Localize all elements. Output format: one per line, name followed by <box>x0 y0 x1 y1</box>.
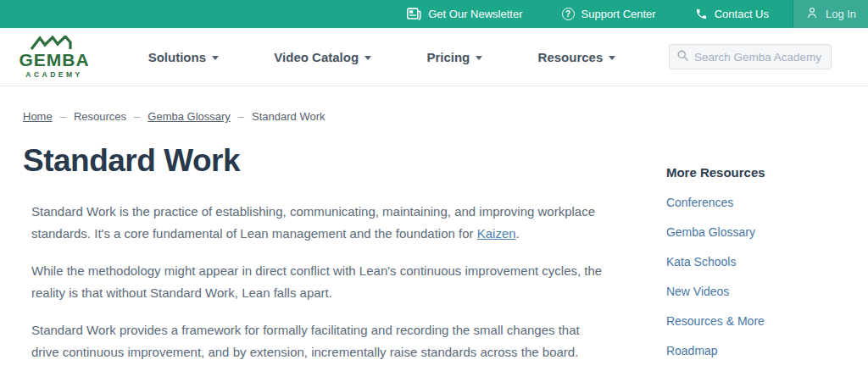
search-icon <box>676 49 689 65</box>
topbar: Get Our Newsletter ? Support Center Cont… <box>0 0 868 28</box>
main-navbar: GEMBA ACADEMY Solutions Video Catalog Pr… <box>0 28 868 86</box>
support-center-label: Support Center <box>581 8 656 20</box>
search-box <box>669 44 832 69</box>
intro-text-post: . <box>516 226 520 241</box>
nav-label-resources: Resources <box>538 50 604 64</box>
support-center-button[interactable]: ? Support Center <box>562 8 656 20</box>
logo-text: GEMBA <box>14 51 95 69</box>
nav-item-video-catalog[interactable]: Video Catalog <box>274 50 371 64</box>
article-paragraph-intro: Standard Work is the practice of establi… <box>31 201 606 245</box>
logo[interactable]: GEMBA ACADEMY <box>14 36 95 79</box>
nav-label-pricing: Pricing <box>426 50 470 64</box>
page-title: Standard Work <box>23 143 610 179</box>
help-icon: ? <box>562 8 575 20</box>
breadcrumb-separator: – <box>238 110 244 123</box>
contact-us-label: Contact Us <box>715 8 769 20</box>
newsletter-icon <box>407 8 421 20</box>
nav-label-solutions: Solutions <box>148 50 206 64</box>
nav-item-pricing[interactable]: Pricing <box>426 50 482 64</box>
breadcrumb-home[interactable]: Home <box>23 110 53 123</box>
article-paragraph: Standard Work provides a framework for f… <box>31 319 606 363</box>
login-label: Log In <box>826 8 856 20</box>
article-paragraph: While the methodology might appear in di… <box>31 260 606 304</box>
breadcrumb-resources: Resources <box>74 110 126 123</box>
sidebar-link-gemba-glossary[interactable]: Gemba Glossary <box>666 225 848 239</box>
nav-item-resources[interactable]: Resources <box>538 50 616 64</box>
logo-roofline-icon <box>14 36 95 50</box>
article: Standard Work Standard Work is the pract… <box>23 143 610 371</box>
chevron-down-icon <box>364 56 371 60</box>
breadcrumb-current: Standard Work <box>252 110 325 123</box>
login-button[interactable]: Log In <box>793 0 868 28</box>
newsletter-button[interactable]: Get Our Newsletter <box>407 8 522 20</box>
chevron-down-icon <box>609 56 615 60</box>
nav-item-solutions[interactable]: Solutions <box>148 50 219 64</box>
breadcrumb-separator: – <box>134 110 140 123</box>
chevron-down-icon <box>476 56 482 60</box>
breadcrumb-gemba-glossary[interactable]: Gemba Glossary <box>147 110 231 123</box>
logo-subtext: ACADEMY <box>14 70 95 79</box>
sidebar-link-new-videos[interactable]: New Videos <box>666 285 848 298</box>
sidebar-link-resources-more[interactable]: Resources & More <box>666 314 848 328</box>
breadcrumb-separator: – <box>60 110 66 123</box>
topbar-spacer <box>0 0 407 28</box>
user-icon <box>805 6 819 22</box>
sidebar-link-kata-schools[interactable]: Kata Schools <box>666 255 848 269</box>
chevron-down-icon <box>212 56 219 60</box>
phone-icon <box>695 8 708 20</box>
sidebar-title: More Resources <box>666 165 848 180</box>
primary-nav: Solutions Video Catalog Pricing Resource… <box>95 50 669 64</box>
contact-us-button[interactable]: Contact Us <box>695 8 769 20</box>
nav-label-video-catalog: Video Catalog <box>274 50 359 64</box>
newsletter-label: Get Our Newsletter <box>428 8 522 20</box>
search-input[interactable] <box>694 51 844 64</box>
page-content: Home – Resources – Gemba Glossary – Stan… <box>0 86 868 371</box>
sidebar-link-roadmap[interactable]: Roadmap <box>666 344 848 357</box>
kaizen-link[interactable]: Kaizen <box>477 226 516 241</box>
sidebar-link-conferences[interactable]: Conferences <box>666 196 848 209</box>
breadcrumb: Home – Resources – Gemba Glossary – Stan… <box>23 110 848 123</box>
more-resources-sidebar: More Resources Conferences Gemba Glossar… <box>666 143 848 371</box>
